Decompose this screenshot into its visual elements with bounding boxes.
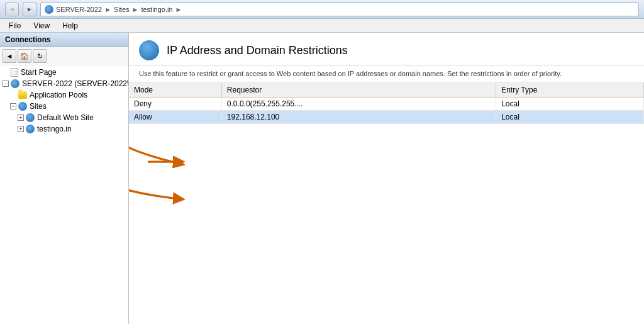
- server-label: SERVER-2022 (SERVER-2022\A: [22, 79, 128, 88]
- menu-file[interactable]: File: [3, 20, 27, 31]
- address-part-2: Sites: [114, 6, 129, 13]
- content-globe-icon: [139, 40, 159, 60]
- cell-requestor-0: 0.0.0.0(255.255.255....: [221, 98, 496, 111]
- start-page-icon: 📄: [11, 68, 18, 77]
- testingo-globe-icon: [26, 125, 35, 133]
- restrictions-table: Mode Requestor Entry Type Deny0.0.0.0(25…: [129, 83, 644, 124]
- table-row[interactable]: Allow192.168.12.100Local: [129, 111, 644, 124]
- default-web-expand[interactable]: +: [18, 115, 24, 121]
- cell-mode-0: Deny: [129, 98, 221, 111]
- address-field[interactable]: SERVER-2022 ► Sites ► testingo.in ►: [40, 3, 639, 16]
- sidebar-item-sites[interactable]: - Sites: [0, 101, 128, 112]
- col-mode: Mode: [129, 83, 221, 98]
- cell-entry_type-1: Local: [496, 111, 644, 124]
- sidebar-tree: 📄 Start Page - SERVER-2022 (SERVER-2022\…: [0, 65, 128, 324]
- content-description: Use this feature to restrict or grant ac…: [129, 66, 644, 83]
- main-layout: Connections ◄ 🏠 ↻ 📄 Start Page - SERVER-…: [0, 33, 644, 324]
- start-page-label: Start Page: [21, 68, 57, 77]
- sidebar: Connections ◄ 🏠 ↻ 📄 Start Page - SERVER-…: [0, 33, 129, 324]
- server-globe-icon: [11, 79, 19, 88]
- table-row[interactable]: Deny0.0.0.0(255.255.255....Local: [129, 98, 644, 111]
- sites-expand[interactable]: -: [10, 103, 16, 109]
- address-part-1: SERVER-2022: [56, 6, 102, 13]
- back-button[interactable]: ◄: [5, 3, 19, 16]
- table-header-row: Mode Requestor Entry Type: [129, 83, 644, 98]
- testingo-label: testingo.in: [37, 125, 72, 133]
- address-bar: ◄ ► SERVER-2022 ► Sites ► testingo.in ►: [0, 0, 644, 19]
- menu-bar: File View Help: [0, 19, 644, 33]
- sites-globe-icon: [18, 102, 27, 111]
- content-title: IP Address and Domain Restrictions: [167, 44, 348, 57]
- sidebar-header: Connections: [0, 33, 128, 47]
- default-web-icon: [26, 113, 35, 122]
- default-web-label: Default Web Site: [37, 113, 94, 122]
- refresh-button[interactable]: ↻: [33, 49, 47, 63]
- cell-entry_type-0: Local: [496, 98, 644, 111]
- col-requestor: Requestor: [221, 83, 496, 98]
- home-button[interactable]: 🏠: [18, 49, 31, 63]
- content-header: IP Address and Domain Restrictions: [129, 33, 644, 66]
- sidebar-item-start-page[interactable]: 📄 Start Page: [0, 67, 128, 78]
- address-globe-icon: [45, 5, 53, 14]
- testingo-expand[interactable]: +: [18, 126, 24, 132]
- restrictions-table-area: Mode Requestor Entry Type Deny0.0.0.0(25…: [129, 83, 644, 324]
- sidebar-item-server[interactable]: - SERVER-2022 (SERVER-2022\A: [0, 78, 128, 89]
- sidebar-toolbar: ◄ 🏠 ↻: [0, 47, 128, 65]
- app-pools-icon: [18, 91, 27, 99]
- address-part-3: testingo.in: [141, 6, 172, 13]
- sidebar-item-app-pools[interactable]: Application Pools: [0, 89, 128, 101]
- server-expand[interactable]: -: [3, 81, 9, 87]
- sidebar-item-default-web[interactable]: + Default Web Site: [0, 112, 128, 123]
- cell-mode-1: Allow: [129, 111, 221, 124]
- content-area: IP Address and Domain Restrictions Use t…: [129, 33, 644, 324]
- col-entry-type: Entry Type: [496, 83, 644, 98]
- sidebar-item-testingo[interactable]: + testingo.in: [0, 123, 128, 135]
- cell-requestor-1: 192.168.12.100: [221, 111, 496, 124]
- menu-help[interactable]: Help: [56, 20, 84, 31]
- menu-view[interactable]: View: [27, 20, 56, 31]
- sites-label: Sites: [30, 102, 47, 111]
- forward-button[interactable]: ►: [23, 3, 36, 16]
- app-pools-label: Application Pools: [30, 91, 87, 99]
- back-nav-button[interactable]: ◄: [3, 49, 16, 63]
